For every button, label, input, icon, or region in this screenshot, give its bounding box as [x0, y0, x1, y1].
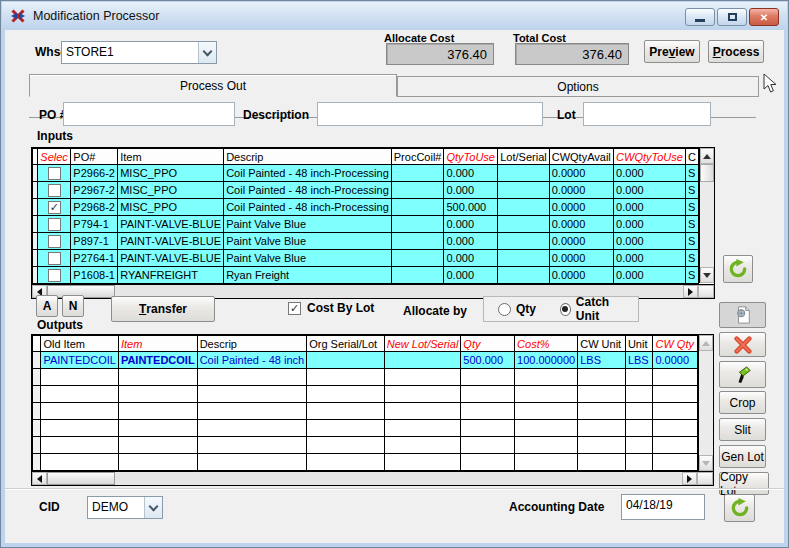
grid-cell[interactable]: [391, 250, 444, 267]
grid-cell[interactable]: 0.000: [444, 250, 498, 267]
grid-cell[interactable]: [461, 454, 515, 471]
grid-cell[interactable]: 0.0000: [549, 182, 613, 199]
scrollbar-thumb[interactable]: [700, 164, 714, 182]
grid-cell[interactable]: Coil Painted - 48 inch-Processing: [224, 165, 392, 182]
row-select-checkbox[interactable]: [48, 218, 61, 231]
grid-cell[interactable]: S: [685, 267, 698, 284]
row-selector[interactable]: [33, 352, 41, 369]
grid-cell[interactable]: P897-1: [71, 233, 118, 250]
grid-cell[interactable]: PAINTEDCOIL: [41, 352, 119, 369]
row-select-checkbox[interactable]: [48, 184, 61, 197]
grid-cell[interactable]: [653, 454, 697, 471]
grid-cell[interactable]: [625, 369, 653, 386]
grid-cell[interactable]: [625, 420, 653, 437]
row-select-checkbox[interactable]: [48, 269, 61, 282]
grid-cell[interactable]: [391, 233, 444, 250]
grid-cell[interactable]: [41, 437, 119, 454]
grid-cell[interactable]: 0.000: [614, 182, 686, 199]
grid-cell[interactable]: [384, 437, 461, 454]
grid-cell[interactable]: [41, 369, 119, 386]
grid-cell[interactable]: [653, 437, 697, 454]
grid-cell[interactable]: [197, 403, 307, 420]
grid-cell[interactable]: 100.000000: [515, 352, 578, 369]
close-button[interactable]: ✕: [749, 8, 779, 26]
scroll-left-button[interactable]: [32, 472, 47, 485]
grid-cell[interactable]: [515, 437, 578, 454]
refresh-date-button[interactable]: [724, 494, 755, 522]
grid-cell[interactable]: [307, 403, 385, 420]
grid-cell[interactable]: P2966-2: [71, 165, 118, 182]
grid-cell[interactable]: [461, 369, 515, 386]
grid-cell[interactable]: [498, 199, 549, 216]
delete-button[interactable]: [719, 332, 766, 357]
label-gun-button[interactable]: [719, 361, 766, 388]
scroll-down-button[interactable]: [699, 455, 713, 471]
grid-cell[interactable]: [578, 369, 626, 386]
cid-select[interactable]: DEMO: [87, 496, 163, 519]
grid-cell[interactable]: 0.0000: [549, 216, 613, 233]
grid-cell[interactable]: [307, 420, 385, 437]
grid-cell[interactable]: [118, 437, 197, 454]
grid-cell[interactable]: Paint Valve Blue: [224, 216, 392, 233]
grid-cell[interactable]: 0.000: [614, 250, 686, 267]
cost-by-lot-checkbox[interactable]: ✓: [288, 302, 301, 315]
grid-cell[interactable]: 0.0000: [549, 250, 613, 267]
refresh-inputs-button[interactable]: [723, 255, 753, 283]
whse-dropdown-button[interactable]: [198, 42, 216, 63]
grid-cell[interactable]: Coil Painted - 48 inch-Processing: [224, 182, 392, 199]
grid-cell[interactable]: [515, 403, 578, 420]
grid-cell[interactable]: S: [685, 250, 698, 267]
scroll-down-button[interactable]: [700, 267, 714, 283]
gen-lot-button[interactable]: Gen Lot: [719, 445, 766, 468]
cid-dropdown-button[interactable]: [144, 497, 162, 518]
row-select-checkbox[interactable]: [48, 252, 61, 265]
grid-cell[interactable]: 0.0000: [549, 233, 613, 250]
grid-cell[interactable]: P1608-1: [71, 267, 118, 284]
grid-cell[interactable]: [307, 437, 385, 454]
outputs-vscrollbar[interactable]: [698, 335, 713, 471]
grid-cell[interactable]: [41, 454, 119, 471]
grid-cell[interactable]: MISC_PPO: [118, 165, 224, 182]
grid-cell[interactable]: [578, 437, 626, 454]
tab-options[interactable]: Options: [397, 76, 759, 97]
grid-cell[interactable]: 0.000: [444, 216, 498, 233]
grid-cell[interactable]: [498, 165, 549, 182]
grid-cell[interactable]: [33, 386, 41, 403]
grid-cell[interactable]: PAINTEDCOIL: [118, 352, 197, 369]
row-select-checkbox[interactable]: [48, 235, 61, 248]
grid-cell[interactable]: LBS: [578, 352, 626, 369]
grid-cell[interactable]: [391, 182, 444, 199]
grid-cell[interactable]: [197, 420, 307, 437]
maximize-button[interactable]: [717, 8, 747, 26]
grid-cell[interactable]: S: [685, 199, 698, 216]
grid-cell[interactable]: [578, 386, 626, 403]
document-icon-button[interactable]: [719, 302, 766, 328]
grid-cell[interactable]: LBS: [625, 352, 653, 369]
grid-cell[interactable]: [625, 454, 653, 471]
grid-cell[interactable]: 0.000: [444, 165, 498, 182]
grid-cell[interactable]: 500.000: [444, 199, 498, 216]
whse-select[interactable]: STORE1: [61, 41, 217, 64]
grid-cell[interactable]: [307, 369, 385, 386]
grid-cell[interactable]: 0.0000: [549, 165, 613, 182]
grid-cell[interactable]: 0.000: [614, 216, 686, 233]
grid-cell[interactable]: [578, 454, 626, 471]
grid-cell[interactable]: [197, 454, 307, 471]
grid-cell[interactable]: [391, 216, 444, 233]
tab-process-out[interactable]: Process Out: [29, 74, 397, 97]
grid-cell[interactable]: [515, 386, 578, 403]
grid-cell[interactable]: S: [685, 165, 698, 182]
grid-cell[interactable]: 0.000: [614, 233, 686, 250]
cost-by-lot-option[interactable]: ✓ Cost By Lot: [288, 301, 374, 315]
grid-cell[interactable]: [391, 199, 444, 216]
process-button[interactable]: Process: [708, 40, 764, 63]
grid-cell[interactable]: [33, 420, 41, 437]
grid-cell[interactable]: RYANFREIGHT: [118, 267, 224, 284]
grid-cell[interactable]: [307, 386, 385, 403]
grid-cell[interactable]: [625, 403, 653, 420]
radio-qty[interactable]: Qty: [498, 302, 536, 316]
grid-cell[interactable]: [625, 386, 653, 403]
grid-cell[interactable]: [118, 369, 197, 386]
grid-cell[interactable]: 0.000: [444, 233, 498, 250]
grid-cell[interactable]: [461, 437, 515, 454]
